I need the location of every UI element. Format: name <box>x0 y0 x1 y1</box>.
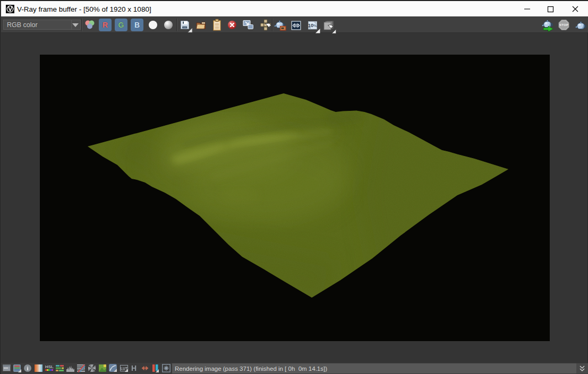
svg-text:HSL: HSL <box>45 364 54 369</box>
svg-text:LUT: LUT <box>121 367 128 370</box>
svg-text:i: i <box>27 365 28 371</box>
svg-text:H: H <box>131 364 137 372</box>
svg-text:STOP: STOP <box>559 23 569 27</box>
